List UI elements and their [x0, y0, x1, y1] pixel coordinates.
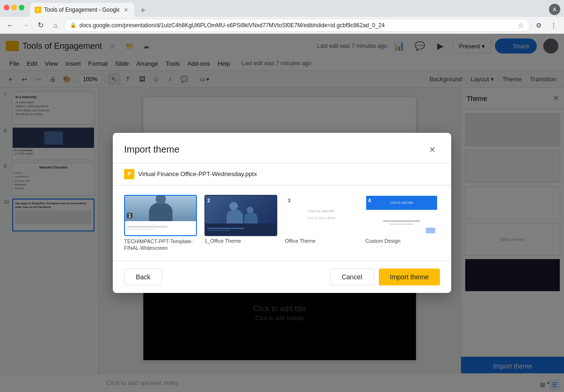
reload-btn[interactable]: ↻ [34, 19, 47, 32]
file-type-icon: P [124, 169, 134, 179]
browser-controls [4, 0, 28, 17]
home-btn[interactable]: ⌂ [49, 19, 62, 32]
file-name-label: Virtual Finance Office-PPT-Wednesday.ppt… [138, 170, 257, 177]
theme-card-img-2: 2 [204, 195, 277, 236]
modal-body: 1 TECHIMPACT-PPT-Template-FINAL-Widescre… [113, 185, 451, 261]
theme-card-3-label: Office Theme [285, 238, 358, 244]
maximize-window-btn[interactable] [19, 5, 24, 10]
modal-footer: Back Cancel Import theme [113, 261, 451, 293]
theme-card-2-label: 1_Office Theme [204, 238, 277, 244]
browser-chrome: P Tools of Engagement - Google S... × + … [0, 0, 564, 17]
modal-title: Import theme [124, 144, 180, 155]
forward-nav-btn[interactable]: → [19, 19, 32, 32]
lock-icon: 🔒 [70, 22, 77, 28]
theme-card-img-4: Click to add title 4 [365, 195, 438, 236]
tab-title: Tools of Engagement - Google S... [44, 7, 119, 13]
address-box[interactable]: 🔒 docs.google.com/presentation/d/1ulzC4h… [64, 19, 530, 32]
new-tab-btn[interactable]: + [136, 4, 149, 17]
theme-card-3-num: 3 [288, 198, 290, 203]
theme-card-img-3: Click to add title Click to add subtitle… [285, 195, 358, 236]
modal-overlay[interactable]: Import theme × P Virtual Finance Office-… [0, 34, 564, 392]
tab-close-btn[interactable]: × [122, 6, 130, 14]
back-btn[interactable]: Back [124, 269, 162, 285]
theme-card-3[interactable]: Click to add title Click to add subtitle… [285, 195, 358, 252]
import-theme-modal: Import theme × P Virtual Finance Office-… [113, 133, 451, 293]
theme-card-2-num: 2 [207, 198, 210, 203]
footer-right-btns: Cancel Import theme [330, 269, 440, 285]
close-window-btn[interactable] [4, 5, 9, 10]
theme-card-4-label: Custom Design [365, 238, 438, 244]
active-tab[interactable]: P Tools of Engagement - Google S... × [30, 3, 134, 17]
file-icon-label: P [128, 171, 131, 177]
docs-area: Tools of Engagement ☆ 📁 ☁ Last edit was … [0, 34, 564, 392]
modal-close-btn[interactable]: × [425, 142, 440, 157]
address-bar-row: ← → ↻ ⌂ 🔒 docs.google.com/presentation/d… [0, 17, 564, 34]
chrome-menu-btn[interactable]: ⋮ [547, 19, 560, 32]
cancel-btn[interactable]: Cancel [330, 269, 374, 285]
back-nav-btn[interactable]: ← [4, 19, 17, 32]
tab-favicon: P [35, 7, 41, 13]
theme-card-1[interactable]: 1 TECHIMPACT-PPT-Template-FINAL-Widescre… [124, 195, 197, 252]
address-text: docs.google.com/presentation/d/1ulzC4h8K… [79, 22, 515, 29]
theme-card-img-1: 1 [124, 195, 197, 236]
theme-card-4-num: 4 [368, 198, 371, 203]
theme-card-1-num: 1 [127, 213, 133, 218]
theme-card-4[interactable]: Click to add title 4 Custom Design [365, 195, 438, 252]
modal-file-row: P Virtual Finance Office-PPT-Wednesday.p… [113, 163, 451, 185]
theme-card-1-label: TECHIMPACT-PPT-Template-FINAL-Widescreen [124, 238, 197, 252]
tab-bar: P Tools of Engagement - Google S... × + … [0, 0, 564, 17]
minimize-window-btn[interactable] [11, 5, 17, 10]
chrome-profile-btn[interactable]: A [549, 4, 560, 15]
bookmark-star-btn[interactable]: ☆ [518, 22, 524, 29]
modal-header: Import theme × [113, 133, 451, 163]
import-theme-btn[interactable]: Import theme [379, 269, 440, 285]
extensions-btn[interactable]: ⚙ [532, 19, 545, 32]
theme-grid: 1 TECHIMPACT-PPT-Template-FINAL-Widescre… [124, 195, 440, 252]
theme-card-2[interactable]: 2 1_Office Theme [204, 195, 277, 252]
